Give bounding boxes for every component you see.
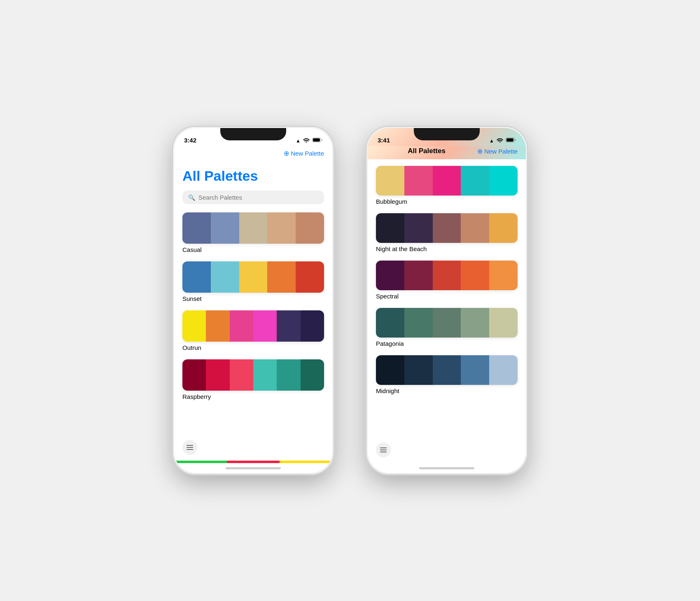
page-title-1: All Palettes bbox=[182, 168, 324, 184]
scroll-content-1[interactable]: All Palettes 🔍 Casual bbox=[174, 161, 332, 436]
svg-rect-6 bbox=[506, 138, 513, 142]
palette-swatch-sunset bbox=[182, 261, 324, 293]
new-palette-btn-2[interactable]: ⊕ New Palette bbox=[477, 147, 518, 155]
palette-item-bubblegum[interactable]: Bubblegum bbox=[376, 166, 518, 205]
search-icon-1: 🔍 bbox=[188, 194, 195, 201]
palette-item-raspberry[interactable]: Raspberry bbox=[182, 359, 324, 400]
menu-btn-1[interactable] bbox=[182, 440, 197, 455]
palette-name-outrun: Outrun bbox=[182, 344, 324, 351]
swatch-midnight-5 bbox=[489, 355, 518, 385]
phone-2: 3:41 ▲ bbox=[366, 127, 527, 474]
wifi-icon-1 bbox=[303, 137, 310, 144]
signal-icon-2: ▲ bbox=[489, 138, 494, 144]
palette-swatch-nightbeach bbox=[376, 213, 518, 243]
palette-swatch-spectral bbox=[376, 261, 518, 290]
wifi-icon-2 bbox=[497, 137, 503, 144]
nav-bar-2: All Palettes ⊕ New Palette bbox=[368, 146, 526, 159]
swatch-raspberry-5 bbox=[277, 359, 300, 391]
swatch-outrun-2 bbox=[206, 310, 229, 342]
search-bar-1[interactable]: 🔍 bbox=[182, 191, 324, 204]
swatch-nightbeach-1 bbox=[376, 213, 404, 243]
palette-name-midnight: Midnight bbox=[376, 387, 518, 394]
scroll-content-2[interactable]: Bubblegum Night at the Beach bbox=[368, 159, 526, 438]
new-palette-label-2: New Palette bbox=[484, 148, 518, 155]
swatch-bubblegum-2 bbox=[404, 166, 433, 196]
palette-swatch-bubblegum bbox=[376, 166, 518, 196]
swatch-raspberry-2 bbox=[206, 359, 229, 391]
swatch-raspberry-4 bbox=[253, 359, 277, 391]
swatch-raspberry-6 bbox=[301, 359, 324, 391]
phone-1: 3:42 ▲ bbox=[173, 127, 334, 474]
swatch-casual-1 bbox=[182, 212, 211, 244]
status-icons-1: ▲ bbox=[296, 137, 322, 144]
nav-bar-1: ⊕ New Palette bbox=[174, 146, 332, 161]
swatch-spectral-4 bbox=[461, 261, 489, 290]
home-bar-1 bbox=[226, 467, 281, 469]
swatch-bubblegum-4 bbox=[461, 166, 489, 196]
palette-name-nightbeach: Night at the Beach bbox=[376, 245, 518, 252]
nav-title-2: All Palettes bbox=[408, 147, 446, 155]
palette-name-raspberry: Raspberry bbox=[182, 393, 324, 400]
search-input-1[interactable] bbox=[198, 194, 318, 201]
swatch-outrun-4 bbox=[253, 310, 277, 342]
palette-item-patagonia[interactable]: Patagonia bbox=[376, 308, 518, 347]
swatch-spectral-5 bbox=[489, 261, 518, 290]
palette-item-spectral[interactable]: Spectral bbox=[376, 261, 518, 300]
palette-name-casual: Casual bbox=[182, 246, 324, 253]
time-1: 3:42 bbox=[184, 137, 196, 144]
swatch-spectral-3 bbox=[433, 261, 461, 290]
palette-item-midnight[interactable]: Midnight bbox=[376, 355, 518, 394]
notch-1 bbox=[220, 128, 286, 140]
palette-item-sunset[interactable]: Sunset bbox=[182, 261, 324, 302]
swatch-casual-2 bbox=[211, 212, 239, 244]
swatch-outrun-1 bbox=[182, 310, 206, 342]
palette-name-spectral: Spectral bbox=[376, 293, 518, 300]
plus-icon-2: ⊕ bbox=[477, 147, 483, 155]
swatch-bubblegum-1 bbox=[376, 166, 404, 196]
swatch-midnight-4 bbox=[461, 355, 489, 385]
tab-bar-1 bbox=[174, 436, 332, 461]
swatch-sunset-2 bbox=[211, 261, 239, 293]
swatch-patagonia-2 bbox=[404, 308, 433, 338]
swatch-sunset-4 bbox=[267, 261, 296, 293]
swatch-sunset-3 bbox=[239, 261, 268, 293]
signal-icon-1: ▲ bbox=[296, 138, 301, 144]
swatch-bubblegum-5 bbox=[489, 166, 518, 196]
palette-name-sunset: Sunset bbox=[182, 295, 324, 302]
menu-btn-2[interactable] bbox=[376, 443, 391, 457]
palette-name-patagonia: Patagonia bbox=[376, 340, 518, 347]
swatch-patagonia-4 bbox=[461, 308, 489, 338]
swatch-casual-5 bbox=[296, 212, 324, 244]
plus-icon-1: ⊕ bbox=[284, 149, 289, 157]
swatch-patagonia-1 bbox=[376, 308, 404, 338]
palette-swatch-raspberry bbox=[182, 359, 324, 391]
palette-item-nightbeach[interactable]: Night at the Beach bbox=[376, 213, 518, 252]
swatch-spectral-1 bbox=[376, 261, 404, 290]
swatch-patagonia-5 bbox=[489, 308, 518, 338]
home-bar-2 bbox=[419, 467, 474, 469]
swatch-sunset-1 bbox=[182, 261, 211, 293]
home-indicator-2 bbox=[368, 463, 526, 473]
new-palette-btn-1[interactable]: ⊕ New Palette bbox=[284, 149, 324, 157]
palette-item-outrun[interactable]: Outrun bbox=[182, 310, 324, 351]
swatch-nightbeach-3 bbox=[433, 213, 461, 243]
palette-swatch-patagonia bbox=[376, 308, 518, 338]
battery-icon-1 bbox=[312, 137, 322, 144]
swatch-sunset-5 bbox=[296, 261, 324, 293]
notch-2 bbox=[414, 128, 480, 140]
swatch-outrun-6 bbox=[301, 310, 324, 342]
swatch-outrun-5 bbox=[277, 310, 300, 342]
swatch-outrun-3 bbox=[230, 310, 253, 342]
status-icons-2: ▲ bbox=[489, 137, 516, 144]
swatch-midnight-1 bbox=[376, 355, 404, 385]
swatch-bubblegum-3 bbox=[433, 166, 461, 196]
palette-item-casual[interactable]: Casual bbox=[182, 212, 324, 253]
tab-bar-2 bbox=[368, 438, 526, 463]
swatch-spectral-2 bbox=[404, 261, 433, 290]
swatch-midnight-2 bbox=[404, 355, 433, 385]
swatch-casual-4 bbox=[267, 212, 296, 244]
palette-name-bubblegum: Bubblegum bbox=[376, 198, 518, 205]
swatch-raspberry-1 bbox=[182, 359, 206, 391]
swatch-nightbeach-2 bbox=[404, 213, 433, 243]
home-indicator-1 bbox=[174, 463, 332, 473]
